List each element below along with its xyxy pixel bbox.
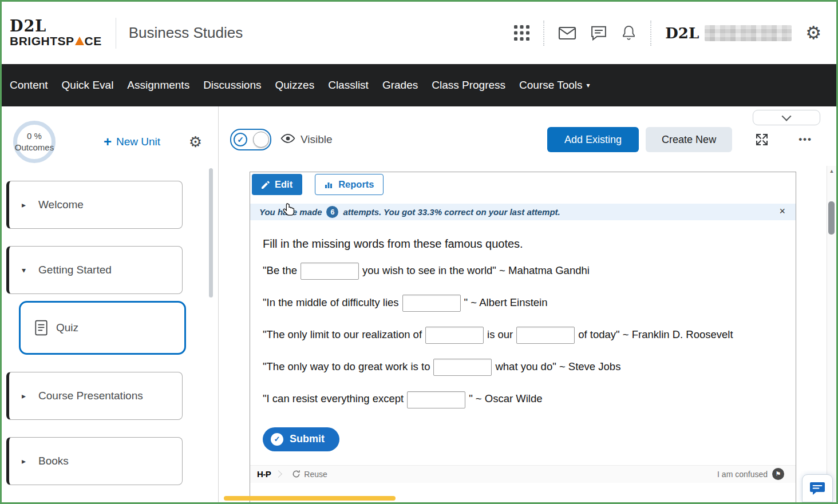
visible-label: Visible	[301, 133, 333, 146]
unit-card-books[interactable]: ▸ Books	[6, 437, 183, 485]
close-icon[interactable]: ×	[776, 205, 789, 217]
scroll-up-arrow-icon[interactable]: ▲	[827, 166, 836, 174]
account-area[interactable]: D2L	[665, 25, 792, 42]
unit-list: ▸ Welcome ▾ Getting Started Quiz ▸ Cou	[2, 169, 218, 485]
nav-label: Assignments	[127, 79, 189, 92]
quiz-question: "The only limit to our realization ofis …	[263, 326, 783, 344]
plus-icon: +	[104, 135, 112, 149]
submit-label: Submit	[290, 433, 325, 445]
unit-label: Course Presentations	[38, 390, 143, 402]
edit-button[interactable]: Edit	[252, 174, 302, 195]
unit-card-getting-started[interactable]: ▾ Getting Started	[6, 246, 183, 294]
header-dotted-divider	[650, 21, 651, 46]
check-circle-icon: ✓	[271, 433, 283, 446]
vertical-scrollbar-thumb[interactable]	[828, 201, 835, 235]
new-unit-label: New Unit	[116, 136, 160, 148]
flag-icon: ⚑	[772, 468, 784, 480]
reuse-button[interactable]: Reuse	[288, 469, 330, 479]
course-navbar: Content Quick Eval Assignments Discussio…	[2, 64, 836, 106]
nav-item-grades[interactable]: Grades	[375, 79, 425, 92]
question-text: "In the middle of difficulty lies	[263, 296, 399, 308]
answer-blank-input[interactable]	[425, 327, 484, 344]
nav-item-quick-eval[interactable]: Quick Eval	[55, 79, 121, 92]
caret-right-icon: ▸	[22, 392, 26, 400]
sidebar-gear-icon[interactable]: ⚙	[189, 134, 202, 149]
sidebar-scrollbar-thumb[interactable]	[209, 168, 213, 297]
bell-icon[interactable]	[621, 25, 637, 41]
attempts-notice-bar: You have made 6 attempts. You got 33.3% …	[250, 204, 796, 220]
question-text: you wish to see in the world" ~ Mahatma …	[362, 264, 590, 276]
unit-label: Getting Started	[38, 264, 112, 276]
d2l-logo-text: D2L	[10, 18, 102, 34]
outcomes-percent: 0 %	[27, 130, 42, 142]
settings-gear-icon[interactable]: ⚙	[805, 24, 821, 42]
h5p-action-bar: Edit Reports	[250, 172, 796, 197]
mail-icon[interactable]	[558, 26, 576, 41]
question-text: of today" ~ Franklin D. Roosevelt	[578, 328, 733, 340]
gear-glyph: ⚙	[805, 24, 821, 42]
submit-button[interactable]: ✓ Submit	[263, 427, 339, 451]
header-divider	[116, 18, 116, 49]
visibility-toggle[interactable]: ✓	[230, 129, 271, 150]
create-new-button[interactable]: Create New	[646, 127, 732, 152]
caret-right-icon: ▸	[22, 201, 26, 209]
edit-label: Edit	[275, 179, 292, 190]
answer-blank-input[interactable]	[301, 263, 359, 280]
confused-button[interactable]: I am confused ⚑	[714, 467, 788, 481]
confused-label: I am confused	[717, 470, 768, 479]
nav-label: Grades	[382, 79, 418, 92]
vertical-scrollbar[interactable]: ▲	[827, 166, 836, 502]
eye-icon	[280, 133, 295, 146]
nav-label: Quick Eval	[62, 79, 114, 92]
collapse-panel-button[interactable]	[753, 110, 820, 125]
main-content: ✓ Visible Add Existing Create New	[219, 106, 836, 502]
chevron-down-icon: ▾	[587, 82, 590, 89]
header-dotted-divider	[543, 21, 544, 46]
more-options-icon[interactable]: •••	[795, 133, 816, 146]
unit-card-welcome[interactable]: ▸ Welcome	[6, 181, 183, 229]
unit-card-quiz-selected[interactable]: Quiz	[19, 301, 186, 355]
top-header: D2L BRIGHTSP CE Business Studies	[2, 2, 836, 64]
question-text: "The only way to do great work is to	[263, 360, 430, 372]
outcomes-progress-ring: 0 % Outcomes	[13, 121, 56, 163]
reuse-label: Reuse	[304, 470, 327, 479]
nav-item-classlist[interactable]: Classlist	[321, 79, 375, 92]
question-text: " ~ Oscar Wilde	[469, 392, 542, 404]
nav-item-class-progress[interactable]: Class Progress	[425, 79, 512, 92]
nav-label: Class Progress	[432, 79, 505, 92]
units-sidebar: 0 % Outcomes + New Unit ⚙ ▸ Welcome ▾	[2, 106, 219, 502]
gear-glyph: ⚙	[189, 134, 202, 149]
add-existing-button[interactable]: Add Existing	[547, 127, 639, 152]
h5p-footer-bar: H-P Reuse I am confused ⚑	[250, 465, 796, 483]
new-unit-button[interactable]: + New Unit	[100, 134, 164, 149]
unit-label: Welcome	[38, 199, 84, 211]
answer-blank-input[interactable]	[402, 295, 461, 312]
waffle-menu-icon[interactable]	[514, 25, 529, 41]
unit-card-course-presentations[interactable]: ▸ Course Presentations	[6, 372, 183, 420]
fullscreen-expand-icon[interactable]	[755, 133, 769, 146]
nav-item-discussions[interactable]: Discussions	[196, 79, 268, 92]
answer-blank-input[interactable]	[407, 391, 465, 408]
quiz-body: Fill in the missing words from these fam…	[250, 220, 796, 465]
brightspace-logo-text: BRIGHTSP CE	[10, 35, 102, 47]
quiz-question: "In the middle of difficulty lies" ~ Alb…	[263, 294, 783, 312]
unit-label: Books	[38, 455, 69, 467]
brightspace-text-left: BRIGHTSP	[10, 35, 74, 47]
answer-blank-input[interactable]	[516, 327, 575, 344]
reports-button[interactable]: Reports	[315, 174, 383, 195]
chat-widget-button[interactable]	[802, 474, 833, 502]
nav-label: Classlist	[328, 79, 369, 92]
reuse-icon	[292, 470, 301, 478]
chat-icon[interactable]	[590, 25, 607, 41]
nav-label: Content	[10, 79, 48, 92]
horizontal-scrollbar-thumb[interactable]	[224, 496, 396, 501]
nav-label: Discussions	[203, 79, 261, 92]
sidebar-header: 0 % Outcomes + New Unit ⚙	[2, 106, 218, 169]
nav-item-assignments[interactable]: Assignments	[120, 79, 196, 92]
h5p-content-frame: Edit Reports You have made 6 attempts. Y…	[250, 172, 796, 502]
nav-item-course-tools[interactable]: Course Tools ▾	[512, 79, 597, 92]
nav-item-quizzes[interactable]: Quizzes	[268, 79, 322, 92]
nav-item-content[interactable]: Content	[3, 79, 55, 92]
answer-blank-input[interactable]	[433, 359, 492, 376]
nav-label: Quizzes	[275, 79, 315, 92]
